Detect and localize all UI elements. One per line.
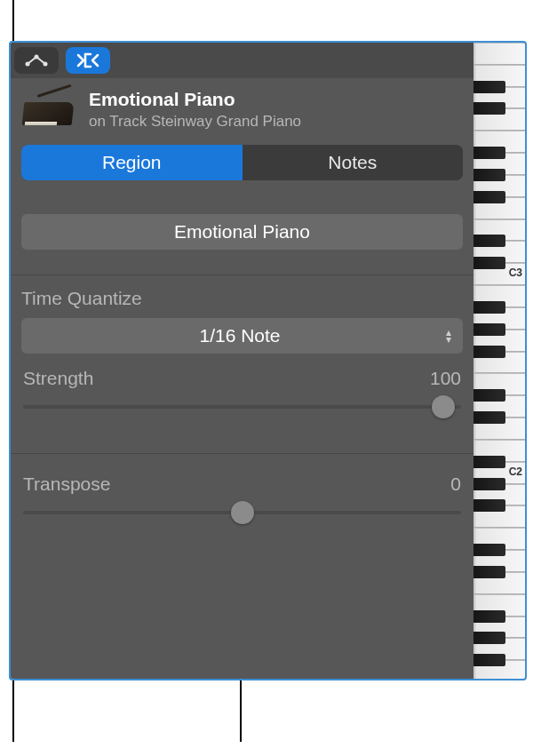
black-key[interactable] [473,411,505,424]
key-label-c3: C3 [509,267,522,279]
stepper-icon: ▴▾ [446,329,450,343]
catch-tool-button[interactable] [66,47,110,74]
tab-notes[interactable]: Notes [243,145,464,180]
black-key[interactable] [473,191,505,203]
black-key[interactable] [473,456,505,468]
catch-icon [76,52,100,68]
black-key[interactable] [473,235,505,247]
region-header: Emotional Piano on Track Steinway Grand … [11,78,473,139]
transpose-slider[interactable] [23,511,461,514]
black-key[interactable] [473,610,505,623]
region-title: Emotional Piano [89,89,301,110]
svg-point-1 [35,55,39,60]
black-key[interactable] [473,544,505,556]
divider-2 [11,453,473,454]
tab-region[interactable]: Region [21,145,243,180]
strength-value: 100 [430,368,461,389]
toolbar [11,43,473,78]
black-key[interactable] [473,81,505,93]
black-key[interactable] [473,346,505,358]
black-key[interactable] [473,301,505,314]
transpose-label: Transpose [23,473,110,495]
black-key[interactable] [473,632,505,644]
black-key[interactable] [473,389,505,402]
time-quantize-value: 1/16 Note [34,325,446,346]
black-key[interactable] [473,257,505,269]
white-key[interactable] [473,43,525,65]
strength-label: Strength [23,368,93,389]
region-name-field[interactable]: Emotional Piano [21,214,463,250]
inspector-panel: Emotional Piano on Track Steinway Grand … [9,41,527,680]
black-key[interactable] [473,102,505,115]
transpose-slider-thumb[interactable] [231,501,254,524]
piano-keyboard[interactable]: C3C2 [473,43,525,679]
strength-slider[interactable] [23,405,461,409]
tabs: Region Notes [21,145,463,180]
divider [11,275,473,275]
black-key[interactable] [473,654,505,666]
black-key[interactable] [473,478,505,490]
black-key[interactable] [473,169,505,181]
inspector-body: Emotional Piano on Track Steinway Grand … [11,43,473,679]
svg-point-2 [44,62,48,67]
black-key[interactable] [473,499,505,512]
region-subtitle: on Track Steinway Grand Piano [89,113,301,131]
strength-slider-thumb[interactable] [432,395,455,418]
black-key[interactable] [473,147,505,159]
callout-line-bottom-left [12,680,14,742]
transpose-value: 0 [450,473,461,495]
black-key[interactable] [473,566,505,578]
piano-icon [21,90,75,131]
key-label-c2: C2 [509,466,522,478]
time-quantize-label: Time Quantize [21,288,463,309]
time-quantize-dropdown[interactable]: 1/16 Note ▴▾ [21,318,463,354]
automation-icon [24,53,49,68]
automation-tool-button[interactable] [14,47,59,74]
black-key[interactable] [473,323,505,336]
